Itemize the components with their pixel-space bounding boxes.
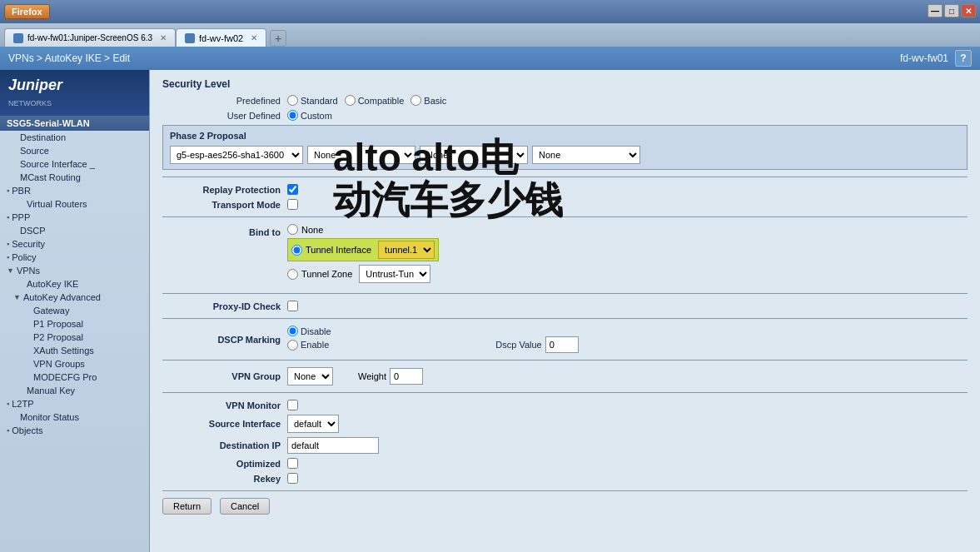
divider-7 xyxy=(162,490,968,491)
expand-icon-ppp: ▪ xyxy=(7,213,9,221)
new-tab-button[interactable]: + xyxy=(270,30,286,47)
sidebar-item-vpns[interactable]: ▼ VPNs xyxy=(0,264,149,277)
proposal-select-2[interactable]: None xyxy=(307,146,415,164)
tab-0[interactable]: fd-wv-fw01:Juniper-ScreenOS 6.3.0r1... ✕ xyxy=(4,28,176,47)
standard-label: Standard xyxy=(301,96,338,106)
proposal-select-3[interactable]: None xyxy=(420,146,528,164)
proxy-id-label: Proxy-ID Check xyxy=(162,301,287,311)
sidebar-item-autokey-ike[interactable]: AutoKey IKE xyxy=(0,277,149,291)
sidebar-section-header: SSG5-Serial-WLAN xyxy=(0,116,149,131)
radio-dscp-disable[interactable] xyxy=(287,326,298,336)
vpn-group-row: VPN Group None Weight xyxy=(162,367,968,385)
transport-mode-checkbox[interactable] xyxy=(287,199,298,210)
sidebar-item-p1-proposal[interactable]: P1 Proposal xyxy=(0,317,149,331)
sidebar-item-l2tp[interactable]: ▪ L2TP xyxy=(0,397,149,410)
proposal-select-4[interactable]: None xyxy=(532,146,640,164)
radio-bind-tunnel-zone[interactable] xyxy=(287,269,298,280)
vpn-group-select[interactable]: None xyxy=(287,367,333,385)
bind-options: None Tunnel Interface tunnel.1 Tunnel Zo… xyxy=(287,224,439,286)
expand-icon-l2tp: ▪ xyxy=(7,400,9,408)
dscp-value-label: Dscp Value xyxy=(495,340,541,350)
sidebar-item-monitor-status[interactable]: Monitor Status xyxy=(0,410,149,424)
dscp-marking-label: DSCP Marking xyxy=(162,335,287,345)
optimized-checkbox[interactable] xyxy=(287,458,298,469)
proxy-id-checkbox[interactable] xyxy=(287,301,298,311)
sidebar-label-pbr: PBR xyxy=(12,186,31,196)
rekey-checkbox[interactable] xyxy=(287,473,298,484)
radio-basic[interactable] xyxy=(410,95,421,106)
sidebar-item-dscp[interactable]: DSCP xyxy=(0,224,149,237)
divider-4 xyxy=(162,318,968,319)
predefined-standard[interactable]: Standard xyxy=(287,95,338,106)
phase2-title: Phase 2 Proposal xyxy=(170,131,960,141)
sidebar-item-objects[interactable]: ▪ Objects xyxy=(0,424,149,437)
radio-standard[interactable] xyxy=(287,95,298,106)
vpn-group-label: VPN Group xyxy=(162,371,287,381)
tunnel-zone-select[interactable]: Untrust-Tun xyxy=(359,265,430,283)
basic-label: Basic xyxy=(424,96,446,106)
predefined-radio-group: Standard Compatible Basic xyxy=(287,95,446,106)
main-layout: Juniper NETWORKS SSG5-Serial-WLAN Destin… xyxy=(0,70,980,552)
vpn-monitor-label: VPN Monitor xyxy=(162,400,287,410)
replay-protection-checkbox[interactable] xyxy=(287,184,298,195)
dscp-disable-option[interactable]: Disable xyxy=(287,326,579,336)
tunnel-interface-select[interactable]: tunnel.1 xyxy=(378,241,435,259)
predefined-basic[interactable]: Basic xyxy=(410,95,446,106)
divider-2 xyxy=(162,216,968,217)
radio-bind-tunnel-interface[interactable] xyxy=(291,245,302,256)
dscp-enable-option[interactable]: Enable xyxy=(287,340,329,351)
help-button[interactable]: ? xyxy=(955,50,972,67)
transport-mode-label: Transport Mode xyxy=(162,200,287,210)
sidebar: Juniper NETWORKS SSG5-Serial-WLAN Destin… xyxy=(0,70,150,552)
app-header: VPNs > AutoKey IKE > Edit fd-wv-fw01 ? xyxy=(0,47,980,70)
close-button[interactable]: ✕ xyxy=(961,4,976,17)
minimize-button[interactable]: — xyxy=(928,4,943,17)
sidebar-item-pbr[interactable]: ▪ PBR xyxy=(0,184,149,197)
content-area: alto alto电 动汽车多少钱 Security Level Predefi… xyxy=(150,70,980,552)
sidebar-item-vpn-groups[interactable]: VPN Groups xyxy=(0,357,149,370)
sidebar-item-gateway[interactable]: Gateway xyxy=(0,304,149,317)
tab-close-1[interactable]: ✕ xyxy=(251,33,257,42)
source-interface-select[interactable]: default xyxy=(287,415,339,433)
sidebar-label-policy: Policy xyxy=(12,252,36,262)
proposal-select-1[interactable]: g5-esp-aes256-sha1-3600 xyxy=(170,146,303,164)
expand-icon-pbr: ▪ xyxy=(7,186,9,195)
user-defined-custom[interactable]: Custom xyxy=(287,110,332,121)
divider-5 xyxy=(162,360,968,361)
maximize-button[interactable]: □ xyxy=(944,4,959,17)
predefined-compatible[interactable]: Compatible xyxy=(345,95,405,106)
predefined-row: Predefined Standard Compatible Basic xyxy=(162,95,968,106)
radio-compatible[interactable] xyxy=(345,95,356,106)
custom-label: Custom xyxy=(301,111,332,121)
sidebar-item-p2-proposal[interactable]: P2 Proposal xyxy=(0,331,149,344)
sidebar-item-source[interactable]: Source xyxy=(0,144,149,157)
radio-custom[interactable] xyxy=(287,110,298,121)
tab-close-0[interactable]: ✕ xyxy=(160,33,167,42)
sidebar-item-mcast[interactable]: MCast Routing xyxy=(0,171,149,184)
vpn-monitor-row: VPN Monitor xyxy=(162,400,968,410)
cancel-button[interactable]: Cancel xyxy=(220,498,270,515)
divider-6 xyxy=(162,392,968,393)
tab-1[interactable]: fd-wv-fw02 ✕ xyxy=(176,28,266,47)
vpn-monitor-checkbox[interactable] xyxy=(287,400,298,410)
sidebar-item-ppp[interactable]: ▪ PPP xyxy=(0,211,149,224)
sidebar-item-security[interactable]: ▪ Security xyxy=(0,237,149,251)
radio-bind-none[interactable] xyxy=(287,224,298,235)
radio-dscp-enable[interactable] xyxy=(287,340,298,351)
predefined-label: Predefined xyxy=(162,96,287,106)
sidebar-item-xauth[interactable]: XAuth Settings xyxy=(0,344,149,357)
weight-input[interactable] xyxy=(390,368,423,385)
sidebar-label-vpns: VPNs xyxy=(17,266,40,276)
return-button[interactable]: Return xyxy=(162,498,211,515)
user-defined-label: User Defined xyxy=(162,111,287,121)
firefox-button[interactable]: Firefox xyxy=(4,4,50,19)
sidebar-item-virtual-routers[interactable]: Virtual Routers xyxy=(0,197,149,211)
sidebar-item-autokey-advanced[interactable]: ▼ AutoKey Advanced xyxy=(0,291,149,304)
destination-ip-input[interactable] xyxy=(287,437,379,454)
sidebar-item-policy[interactable]: ▪ Policy xyxy=(0,251,149,264)
dscp-value-input[interactable] xyxy=(545,336,579,353)
sidebar-item-source-interface[interactable]: Source Interface _ xyxy=(0,157,149,171)
sidebar-item-modecfg[interactable]: MODECFG Pro xyxy=(0,370,149,384)
sidebar-item-manual-key[interactable]: Manual Key xyxy=(0,384,149,397)
sidebar-item-destination[interactable]: Destination xyxy=(0,131,149,144)
